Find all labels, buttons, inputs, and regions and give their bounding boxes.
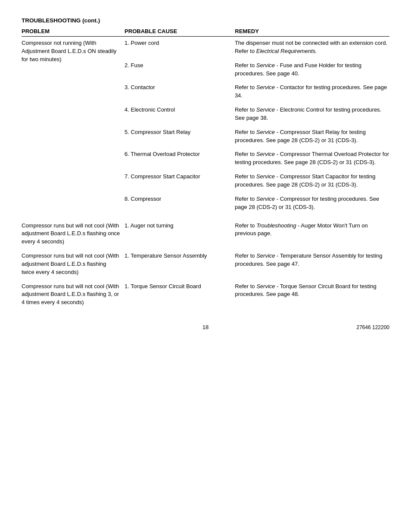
remedy-6-italic: Service [256,151,275,157]
single-remedy-1-italic: Troubleshooting [256,222,296,229]
single-problem-1: Compressor runs but will not cool (With … [22,222,125,246]
cause-8-label: 8. Compressor [125,195,235,212]
single-remedy-1: Refer to Troubleshooting - Auger Motor W… [235,222,389,246]
cause-row-7: 7. Compressor Start Capacitor Refer to S… [125,173,389,189]
cause-row-6: 6. Thermal Overload Protector Refer to S… [125,150,389,167]
remedy-6: Refer to Service - Compressor Thermal Ov… [235,150,389,167]
header-title-line1: TROUBLESHOOTING (cont.) [22,17,389,24]
page-number: 18 [22,324,389,330]
cause-2-label: 2. Fuse [125,62,235,78]
col-problem-header: PROBLEM [22,28,125,34]
single-remedy-3-italic: Service [256,283,275,289]
cause-row-5: 5. Compressor Start Relay Refer to Servi… [125,128,389,145]
single-problem-3: Compressor runs but will not cool (With … [22,283,125,307]
single-remedy-2-italic: Service [256,252,275,259]
remedy-3-italic: Service [256,84,275,90]
cause-row-2: 2. Fuse Refer to Service - Fuse and Fuse… [125,62,389,78]
single-cause-3: 1. Torque Sensor Circuit Board [125,283,235,307]
remedy-7-italic: Service [256,173,275,180]
single-row-1: Compressor runs but will not cool (With … [22,222,389,246]
page-header: TROUBLESHOOTING (cont.) [22,17,389,24]
remedy-3: Refer to Service - Contactor for testing… [235,84,389,100]
single-row-3: Compressor runs but will not cool (With … [22,283,389,307]
remedy-5: Refer to Service - Compressor Start Rela… [235,128,389,145]
cause-3-label: 3. Contactor [125,84,235,100]
cause-7-label: 7. Compressor Start Capacitor [125,173,235,189]
cause-row-8: 8. Compressor Refer to Service - Compres… [125,195,389,212]
single-problem-2: Compressor runs but will not cool (With … [22,252,125,277]
remedy-4-italic: Service [256,106,275,113]
causes-remedies-1: 1. Power cord The dispenser must not be … [125,39,389,218]
remedy-5-italic: Service [256,129,275,135]
problem-group-1: Compressor not running (With Adjustment … [22,39,389,218]
page-footer: 18 27646 122200 [22,324,389,330]
cause-6-label: 6. Thermal Overload Protector [125,150,235,167]
remedy-4: Refer to Service - Electronic Control fo… [235,106,389,122]
col-cause-header: PROBABLE CAUSE [125,28,235,34]
page-container: TROUBLESHOOTING (cont.) PROBLEM PROBABLE… [22,17,389,330]
single-row-2: Compressor runs but will not cool (With … [22,252,389,277]
problem-text-1: Compressor not running (With Adjustment … [22,39,125,218]
col-remedy-header: REMEDY [235,28,389,34]
remedy-1: The dispenser must not be connected with… [235,39,389,56]
remedy-1-italic: Electrical Requirements. [256,48,317,54]
single-cause-1: 1. Auger not turning [125,222,235,246]
cause-row-4: 4. Electronic Control Refer to Service -… [125,106,389,122]
cause-1-label: 1. Power cord [125,39,235,56]
single-cause-2: 1. Temperature Sensor Assembly [125,252,235,277]
remedy-7: Refer to Service - Compressor Start Capa… [235,173,389,189]
column-headers: PROBLEM PROBABLE CAUSE REMEDY [22,28,389,37]
single-remedy-2: Refer to Service - Temperature Sensor As… [235,252,389,277]
cause-row-1: 1. Power cord The dispenser must not be … [125,39,389,56]
remedy-8: Refer to Service - Compressor for testin… [235,195,389,212]
cause-row-3: 3. Contactor Refer to Service - Contacto… [125,84,389,100]
remedy-2: Refer to Service - Fuse and Fuse Holder … [235,62,389,78]
single-remedy-3: Refer to Service - Torque Sensor Circuit… [235,283,389,307]
doc-number: 27646 122200 [356,324,389,330]
cause-5-label: 5. Compressor Start Relay [125,128,235,145]
cause-4-label: 4. Electronic Control [125,106,235,122]
remedy-2-italic: Service [256,62,275,68]
remedy-8-italic: Service [256,196,275,202]
